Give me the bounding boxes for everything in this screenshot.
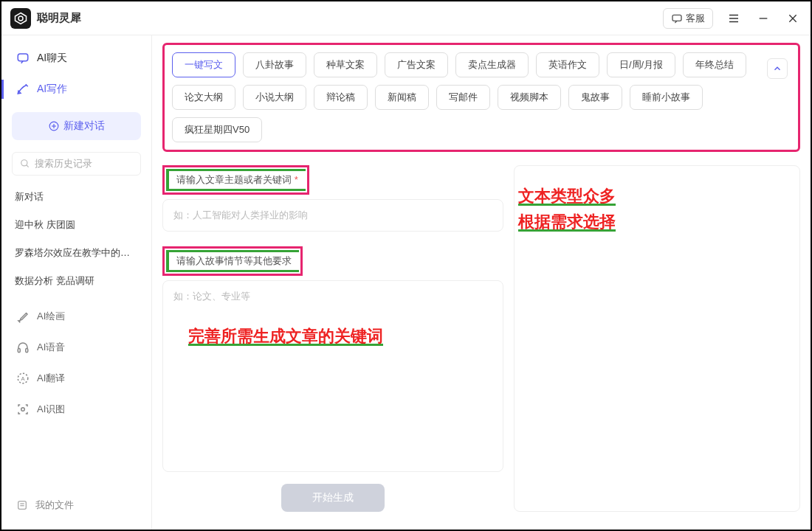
history-item[interactable]: 新对话: [1, 183, 151, 211]
chat-icon: [671, 13, 683, 24]
generate-button[interactable]: 开始生成: [281, 484, 385, 512]
brush-icon: [16, 310, 30, 323]
category-chip[interactable]: 日/周/月报: [607, 52, 675, 77]
chevron-up-icon: [772, 63, 782, 74]
plus-circle-icon: [49, 121, 59, 131]
category-chip[interactable]: 一键写文: [172, 52, 235, 77]
history-list: 新对话 迎中秋 庆团圆 罗森塔尔效应在教学中的重要... 数据分析 竞品调研: [1, 180, 151, 298]
hamburger-icon: [727, 12, 740, 25]
menu-button[interactable]: [725, 10, 743, 27]
details-label: 请输入故事情节等其他要求: [166, 250, 299, 272]
svg-point-19: [21, 408, 25, 412]
details-textarea[interactable]: 如：论文、专业等 完善所需生成文章的关键词: [162, 280, 503, 472]
category-chip[interactable]: 广告文案: [385, 52, 448, 77]
translate-icon: A: [16, 372, 30, 385]
app-title: 聪明灵犀: [37, 11, 663, 25]
category-chip[interactable]: 年终总结: [683, 52, 746, 77]
app-logo: [10, 8, 31, 29]
svg-rect-16: [26, 349, 28, 353]
minimize-button[interactable]: [754, 10, 772, 27]
content-area: 一键写文 八卦故事 种草文案 广告文案 卖点生成器 英语作文 日/周/月报 年终…: [152, 35, 811, 530]
svg-rect-15: [18, 349, 20, 353]
sidebar: AI聊天 AI写作 新建对话 搜索历史记录 新对话 迎中秋 庆团圆 罗森塔尔效应…: [1, 35, 152, 530]
category-chip[interactable]: 疯狂星期四V50: [172, 117, 262, 142]
minimize-icon: [757, 13, 769, 24]
topic-label: 请输入文章主题或者关键词 *: [166, 169, 306, 191]
category-row-1: 一键写文 八卦故事 种草文案 广告文案 卖点生成器 英语作文 日/周/月报 年终…: [172, 52, 791, 77]
svg-point-13: [21, 160, 27, 166]
topic-input[interactable]: 如：人工智能对人类择业的影响: [162, 199, 503, 232]
topic-label-highlight: 请输入文章主题或者关键词 *: [162, 165, 309, 195]
search-history-input[interactable]: 搜索历史记录: [12, 152, 141, 176]
category-chip[interactable]: 论文大纲: [172, 85, 235, 110]
my-files-button[interactable]: 我的文件: [1, 488, 151, 522]
details-label-highlight: 请输入故事情节等其他要求: [162, 246, 303, 276]
search-icon: [20, 159, 30, 169]
svg-point-1: [18, 16, 23, 21]
history-item[interactable]: 数据分析 竞品调研: [1, 267, 151, 295]
nav-ai-chat[interactable]: AI聊天: [1, 43, 151, 74]
scan-icon: [16, 403, 30, 416]
tools-list: AI绘画 AI语音 A AI翻译 AI识图: [1, 301, 151, 425]
annotation-mid: 完善所需生成文章的关键词: [188, 325, 492, 347]
collapse-button[interactable]: [767, 58, 788, 79]
svg-rect-2: [672, 15, 681, 21]
chat-bubble-icon: [16, 52, 30, 65]
category-chip[interactable]: 视频脚本: [498, 85, 561, 110]
headphones-icon: [16, 341, 30, 354]
category-chip[interactable]: 八卦故事: [243, 52, 306, 77]
svg-line-14: [27, 165, 29, 167]
category-chip[interactable]: 辩论稿: [314, 85, 368, 110]
close-icon: [787, 13, 799, 24]
category-chip[interactable]: 小说大纲: [243, 85, 306, 110]
titlebar: 聪明灵犀 客服: [1, 1, 811, 35]
tool-ai-translate[interactable]: A AI翻译: [1, 363, 151, 394]
tool-ai-draw[interactable]: AI绘画: [1, 301, 151, 332]
tool-ai-voice[interactable]: AI语音: [1, 332, 151, 363]
new-chat-button[interactable]: 新建对话: [12, 112, 141, 140]
history-item[interactable]: 迎中秋 庆团圆: [1, 211, 151, 239]
category-chip[interactable]: 写邮件: [436, 85, 490, 110]
annotation-top: 文本类型众多 根据需求选择: [518, 183, 616, 235]
category-chip[interactable]: 种草文案: [314, 52, 377, 77]
pen-icon: [16, 83, 30, 96]
category-chip[interactable]: 新闻稿: [375, 85, 429, 110]
svg-rect-9: [18, 54, 28, 61]
category-chip[interactable]: 英语作文: [536, 52, 599, 77]
category-chip[interactable]: 睡前小故事: [630, 85, 703, 110]
category-panel: 一键写文 八卦故事 种草文案 广告文案 卖点生成器 英语作文 日/周/月报 年终…: [162, 43, 800, 152]
category-chip[interactable]: 鬼故事: [568, 85, 622, 110]
svg-marker-0: [16, 13, 27, 24]
close-button[interactable]: [784, 10, 802, 27]
category-chip[interactable]: 卖点生成器: [455, 52, 529, 77]
folder-icon: [16, 499, 28, 511]
customer-service-button[interactable]: 客服: [663, 8, 713, 29]
nav-ai-write[interactable]: AI写作: [1, 74, 151, 105]
history-item[interactable]: 罗森塔尔效应在教学中的重要...: [1, 239, 151, 267]
svg-text:A: A: [21, 375, 24, 382]
tool-ai-image[interactable]: AI识图: [1, 394, 151, 425]
category-row-2: 论文大纲 小说大纲 辩论稿 新闻稿 写邮件 视频脚本 鬼故事 睡前小故事 疯狂星…: [172, 85, 791, 142]
